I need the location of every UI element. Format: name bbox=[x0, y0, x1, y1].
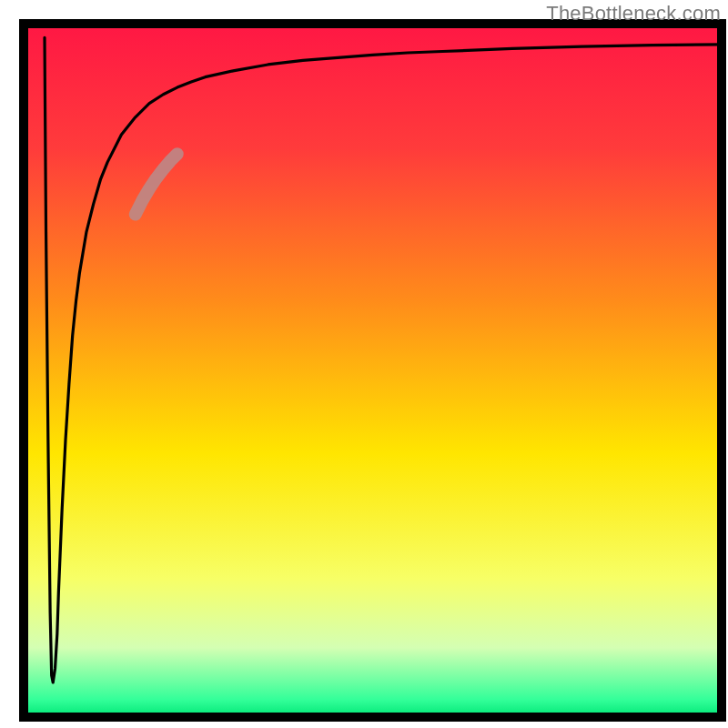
chart-container: TheBottleneck.com bbox=[0, 0, 728, 728]
watermark-text: TheBottleneck.com bbox=[546, 2, 721, 25]
chart-svg bbox=[0, 0, 728, 728]
